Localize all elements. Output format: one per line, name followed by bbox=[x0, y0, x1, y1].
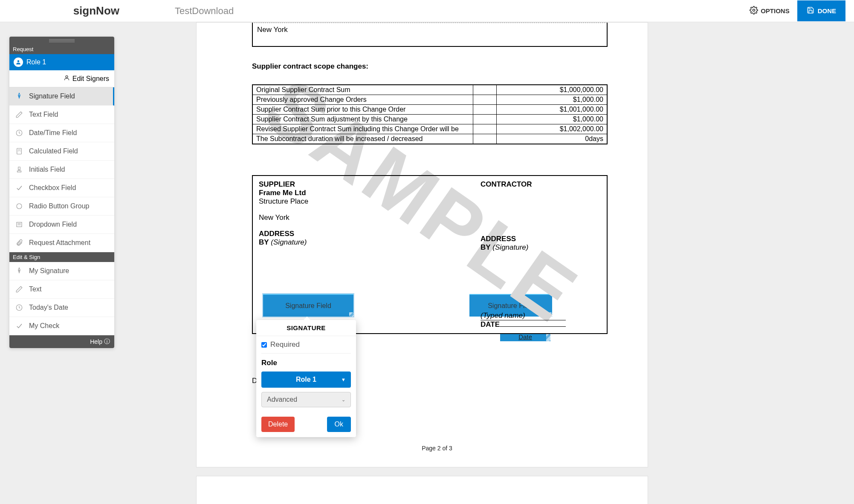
logo: signNow bbox=[9, 4, 128, 17]
options-button[interactable]: OPTIONS bbox=[742, 6, 797, 16]
document-title: TestDownload bbox=[128, 6, 742, 17]
done-button[interactable]: DONE bbox=[797, 0, 845, 21]
save-icon bbox=[807, 6, 814, 15]
gear-icon bbox=[750, 6, 758, 16]
logo-text: signNow bbox=[73, 4, 119, 17]
app-header: signNow TestDownload OPTIONS DONE bbox=[0, 0, 854, 22]
svg-point-0 bbox=[753, 9, 755, 12]
